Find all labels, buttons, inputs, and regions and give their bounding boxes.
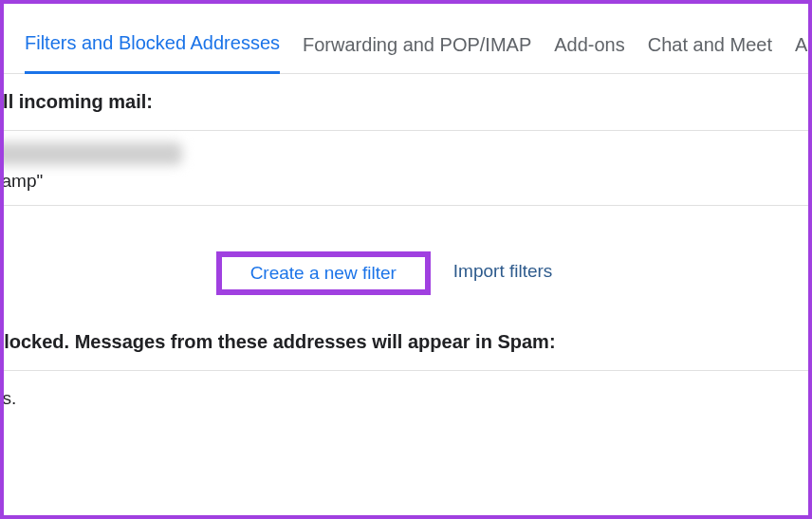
tab-forwarding-pop-imap[interactable]: Forwarding and POP/IMAP [303, 34, 531, 73]
tab-advanced[interactable]: Advanced [795, 34, 812, 73]
blocked-item-text: es. [0, 371, 808, 426]
incoming-mail-heading: all incoming mail: [0, 74, 808, 130]
import-filters-link[interactable]: Import filters [453, 251, 553, 295]
filter-item: camp" [0, 131, 808, 205]
tab-chat-meet[interactable]: Chat and Meet [648, 34, 772, 73]
tab-filters-blocked[interactable]: Filters and Blocked Addresses [25, 32, 280, 74]
blocked-heading: olocked. Messages from these addresses w… [0, 322, 808, 370]
settings-tabs: Filters and Blocked Addresses Forwarding… [4, 4, 808, 74]
filter-actions: Create a new filter Import filters [0, 206, 808, 322]
filter-email-redacted [0, 142, 182, 165]
blocked-list: es. [0, 370, 808, 426]
create-filter-highlight: Create a new filter [216, 251, 431, 295]
filter-subject-text: camp" [0, 171, 808, 192]
content-area: all incoming mail: camp" Create a new fi… [0, 74, 808, 426]
tab-addons[interactable]: Add-ons [554, 34, 625, 73]
filter-list: camp" [0, 130, 808, 206]
create-filter-link[interactable]: Create a new filter [233, 253, 414, 292]
